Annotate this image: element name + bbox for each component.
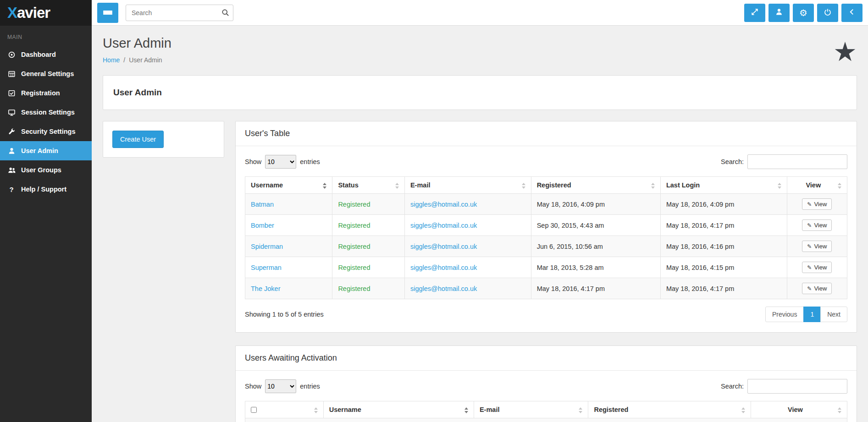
column-header-last-login[interactable]: Last Login <box>660 177 787 194</box>
user-icon <box>775 8 783 17</box>
breadcrumb-home-link[interactable]: Home <box>103 56 120 64</box>
breadcrumb-separator: / <box>123 56 125 64</box>
gear-icon: ⚙ <box>799 8 807 17</box>
sort-icon <box>741 407 745 413</box>
users-table: Username Status E-mail Registered Last L… <box>245 176 847 299</box>
page-1-button[interactable]: 1 <box>803 307 821 322</box>
sidebar-item-help-support[interactable]: ? Help / Support <box>0 180 92 199</box>
favorite-star-icon[interactable]: ★ <box>833 38 857 65</box>
users-table-panel: User's Table Show 10 entries <box>235 121 857 333</box>
column-header-email[interactable]: E-mail <box>404 177 531 194</box>
grid-icon <box>7 70 16 78</box>
previous-page-button[interactable]: Previous <box>765 307 804 322</box>
menu-toggle-button[interactable] <box>97 3 118 23</box>
awaiting-table: Username E-mail Registered View No data … <box>245 401 847 422</box>
profile-button[interactable] <box>768 4 790 22</box>
app-root: Xavier MAIN Dashboard General Settings R… <box>0 0 868 422</box>
pencil-icon: ✎ <box>807 201 812 208</box>
topbar-search <box>126 5 233 21</box>
breadcrumb-current: User Admin <box>129 56 162 64</box>
email-link[interactable]: siggles@hotmail.co.uk <box>410 201 477 208</box>
column-header-username[interactable]: Username <box>245 177 332 194</box>
sidebar-item-session-settings[interactable]: Session Settings <box>0 103 92 122</box>
sidebar-item-security-settings[interactable]: Security Settings <box>0 122 92 141</box>
entries-select[interactable]: 10 <box>265 379 296 393</box>
select-all-checkbox[interactable] <box>251 407 257 413</box>
column-header-view[interactable]: View <box>751 401 847 418</box>
registered-cell: May 18, 2016, 4:09 pm <box>531 194 660 215</box>
next-page-button[interactable]: Next <box>820 307 847 322</box>
column-header-view[interactable]: View <box>787 177 847 194</box>
registered-cell: May 18, 2016, 4:17 pm <box>531 278 660 299</box>
view-button[interactable]: ✎View <box>802 241 832 252</box>
sidebar-item-registration[interactable]: Registration <box>0 83 92 103</box>
username-link[interactable]: Batman <box>251 201 274 208</box>
username-cell: Batman <box>245 194 332 215</box>
registered-cell: Mar 18, 2013, 5:28 am <box>531 257 660 278</box>
hamburger-icon <box>103 11 112 15</box>
page-title: User Admin <box>103 36 171 51</box>
awaiting-activation-panel: Users Awaiting Activation Show 10 entrie… <box>235 345 857 422</box>
username-cell: Spiderman <box>245 236 332 257</box>
column-header-status[interactable]: Status <box>332 177 405 194</box>
create-user-panel: Create User <box>103 121 224 158</box>
username-link[interactable]: Superman <box>251 264 282 271</box>
view-button[interactable]: ✎View <box>802 219 832 231</box>
view-button[interactable]: ✎View <box>802 262 832 273</box>
table-row: Superman Registered siggles@hotmail.co.u… <box>245 257 847 278</box>
table-summary: Showing 1 to 5 of 5 entries <box>245 311 324 318</box>
collapse-button[interactable] <box>841 4 862 22</box>
email-link[interactable]: siggles@hotmail.co.uk <box>410 243 477 250</box>
power-icon <box>824 8 832 17</box>
email-link[interactable]: siggles@hotmail.co.uk <box>410 285 477 292</box>
email-cell: siggles@hotmail.co.uk <box>404 236 531 257</box>
username-cell: Bomber <box>245 215 332 236</box>
status-cell: Registered <box>332 194 405 215</box>
sidebar-item-label: Session Settings <box>21 109 75 116</box>
chevron-left-icon <box>848 8 856 17</box>
page-head: User Admin Home / User Admin ★ <box>103 32 857 65</box>
username-link[interactable]: Bomber <box>251 222 274 229</box>
column-header-registered[interactable]: Registered <box>588 401 751 418</box>
page-heading-panel: User Admin <box>103 75 857 110</box>
email-link[interactable]: siggles@hotmail.co.uk <box>410 264 477 271</box>
create-user-button[interactable]: Create User <box>112 131 164 148</box>
sort-icon <box>395 183 399 189</box>
column-header-username[interactable]: Username <box>323 401 474 418</box>
sort-icon <box>838 407 841 413</box>
email-cell: siggles@hotmail.co.uk <box>404 278 531 299</box>
last-login-cell: May 18, 2016, 4:17 pm <box>660 278 787 299</box>
status-cell: Registered <box>332 236 405 257</box>
sort-icon <box>651 183 655 189</box>
entries-label: entries <box>300 383 320 390</box>
users-table-search-input[interactable] <box>747 154 847 169</box>
username-link[interactable]: The Joker <box>251 285 280 292</box>
topbar-search-input[interactable] <box>126 5 233 21</box>
sidebar-item-label: User Groups <box>21 166 61 174</box>
username-cell: The Joker <box>245 278 332 299</box>
sidebar-item-dashboard[interactable]: Dashboard <box>0 45 92 64</box>
entries-select[interactable]: 10 <box>265 155 296 169</box>
topbar: ⚙ <box>92 0 868 26</box>
entries-label: entries <box>300 158 320 165</box>
topbar-actions: ⚙ <box>744 4 862 22</box>
sidebar-item-label: User Admin <box>21 147 58 154</box>
email-cell: siggles@hotmail.co.uk <box>404 257 531 278</box>
content: User Admin Home / User Admin ★ User Admi… <box>92 26 868 422</box>
column-header-select[interactable] <box>245 401 324 418</box>
sidebar-item-general-settings[interactable]: General Settings <box>0 64 92 83</box>
view-button[interactable]: ✎View <box>802 198 832 210</box>
breadcrumb: Home / User Admin <box>103 56 171 64</box>
email-link[interactable]: siggles@hotmail.co.uk <box>410 222 477 229</box>
sidebar-item-user-groups[interactable]: User Groups <box>0 160 92 180</box>
username-link[interactable]: Spiderman <box>251 243 283 250</box>
view-button[interactable]: ✎View <box>802 283 832 294</box>
fullscreen-button[interactable] <box>744 4 765 22</box>
awaiting-table-search-input[interactable] <box>747 379 847 394</box>
status-cell: Registered <box>332 257 405 278</box>
sidebar-item-user-admin[interactable]: User Admin <box>0 141 92 160</box>
settings-button[interactable]: ⚙ <box>793 4 814 22</box>
column-header-email[interactable]: E-mail <box>474 401 588 418</box>
logout-button[interactable] <box>817 4 838 22</box>
column-header-registered[interactable]: Registered <box>531 177 660 194</box>
